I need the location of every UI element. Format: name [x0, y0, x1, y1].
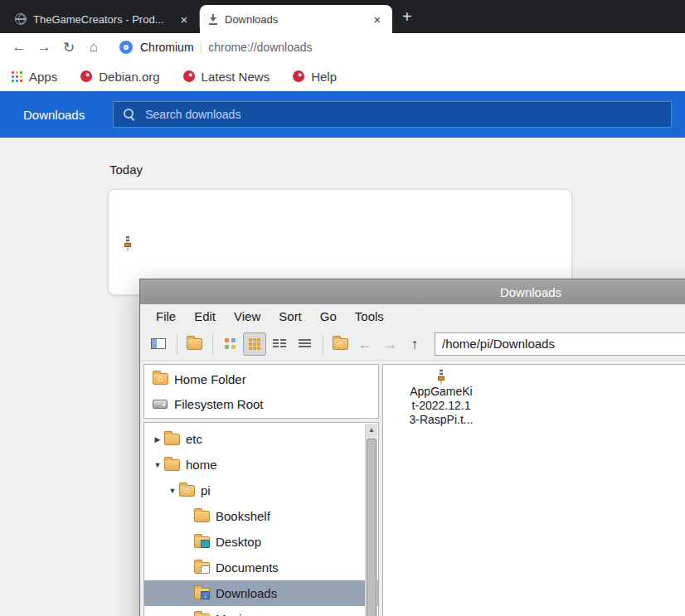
- site-label: Chromium: [140, 41, 194, 54]
- tab-strip: TheGameCreators - Prod... × Downloads × …: [0, 0, 685, 33]
- places-list: ⌂ Home Folder Filesystem Root: [143, 364, 379, 419]
- up-icon: ↑: [411, 337, 419, 352]
- chromium-icon: [119, 41, 133, 54]
- tree-label: Music: [216, 612, 248, 616]
- toolbar: ⌂ ← → ↑: [140, 327, 685, 361]
- downloads-search[interactable]: [113, 101, 672, 128]
- address-bar[interactable]: Chromium | chrome://downloads: [111, 36, 678, 59]
- bookmark-help[interactable]: Help: [293, 70, 337, 84]
- new-folder-button[interactable]: [182, 332, 206, 356]
- forward-icon: →: [382, 337, 397, 352]
- window-pane-icon: [151, 338, 166, 349]
- folder-icon: [164, 459, 180, 471]
- side-pane: ⌂ Home Folder Filesystem Root ▶: [143, 364, 379, 616]
- back-icon: ←: [357, 337, 372, 352]
- search-input[interactable]: [145, 108, 661, 121]
- small-icons-icon: [225, 338, 236, 349]
- home-folder-icon: ⌂: [153, 373, 168, 385]
- tree-item-pi[interactable]: ▼ ⌂ pi: [144, 478, 378, 503]
- compact-view-button[interactable]: [268, 332, 291, 356]
- compact-list-icon: [273, 338, 286, 349]
- menu-view[interactable]: View: [225, 309, 270, 323]
- tree-item-music[interactable]: ♪ Music: [144, 606, 378, 616]
- tab-title: TheGameCreators - Prod...: [33, 13, 171, 26]
- tree-label: home: [186, 458, 217, 472]
- home-folder-button[interactable]: ⌂: [328, 332, 352, 356]
- icon-grid-icon: [249, 338, 260, 350]
- folder-icon: [187, 338, 202, 350]
- bookmarks-bar: Apps Debian.org Latest News Help: [0, 61, 685, 91]
- downloads-header: Downloads: [0, 91, 685, 138]
- apps-grid-icon: [12, 71, 22, 82]
- new-tab-button[interactable]: +: [402, 7, 412, 27]
- close-icon[interactable]: ×: [371, 12, 384, 27]
- toolbar-separator: [212, 334, 213, 354]
- menu-go[interactable]: Go: [311, 309, 346, 323]
- close-icon[interactable]: ×: [177, 12, 191, 27]
- tree-item-downloads[interactable]: ↓ Downloads: [144, 580, 378, 606]
- expander-icon[interactable]: ▼: [166, 487, 179, 495]
- tree-item-documents[interactable]: Documents: [144, 555, 378, 580]
- back-button[interactable]: ←: [353, 332, 377, 356]
- up-button[interactable]: ↑: [403, 332, 426, 356]
- back-button[interactable]: ←: [7, 39, 32, 56]
- place-home-folder[interactable]: ⌂ Home Folder: [144, 366, 378, 391]
- documents-folder-icon: [194, 562, 210, 574]
- scroll-up-button[interactable]: ▲: [366, 424, 377, 436]
- tab-downloads[interactable]: Downloads ×: [200, 5, 392, 33]
- debian-icon: [80, 70, 92, 82]
- menu-edit[interactable]: Edit: [185, 309, 225, 323]
- bookmark-debian[interactable]: Debian.org: [80, 70, 159, 84]
- path-input[interactable]: [435, 332, 685, 356]
- address-divider: |: [200, 41, 203, 54]
- menu-file[interactable]: File: [147, 309, 185, 323]
- folder-icon: [194, 511, 210, 522]
- tree-scrollbar[interactable]: ▲ ▼: [365, 424, 377, 616]
- download-icon: [208, 14, 218, 25]
- menu-tools[interactable]: Tools: [346, 309, 393, 323]
- tree-item-bookshelf[interactable]: Bookshelf: [144, 503, 378, 529]
- menu-bar: File Edit View Sort Go Tools: [140, 304, 685, 327]
- reload-button[interactable]: ↻: [56, 39, 81, 56]
- toolbar-separator: [323, 334, 323, 354]
- news-icon: [183, 70, 195, 82]
- nav-bar: ← → ↻ ⌂ Chromium | chrome://downloads: [0, 33, 685, 61]
- icon-view-small-button[interactable]: [218, 332, 241, 356]
- tree-item-etc[interactable]: ▶ etc: [144, 426, 378, 452]
- home-folder-icon: ⌂: [333, 338, 348, 350]
- file-item-appgamekit[interactable]: AppGameKi t-2022.12.1 3-RaspPi.t...: [401, 370, 481, 427]
- bookmark-apps[interactable]: Apps: [12, 70, 57, 84]
- place-filesystem-root[interactable]: Filesystem Root: [144, 391, 378, 416]
- toolbar-separator: [177, 334, 177, 354]
- archive-icon: [127, 235, 129, 251]
- expander-icon[interactable]: ▼: [151, 461, 164, 469]
- window-body: ⌂ Home Folder Filesystem Root ▶: [140, 361, 685, 616]
- tab-title: Downloads: [225, 13, 364, 26]
- window-titlebar[interactable]: Downloads: [140, 279, 685, 304]
- page-title: Downloads: [23, 108, 85, 122]
- home-folder-icon: ⌂: [179, 485, 195, 497]
- directory-tree: ▶ etc ▼ home ▼ ⌂: [143, 422, 379, 616]
- tree-item-home[interactable]: ▼ home: [144, 452, 378, 478]
- detailed-view-button[interactable]: [293, 332, 316, 356]
- tab-thegamecreators[interactable]: TheGameCreators - Prod... ×: [7, 5, 199, 33]
- icon-view-button[interactable]: [243, 332, 266, 356]
- filesystem-icon: [153, 400, 168, 409]
- new-window-button[interactable]: [147, 332, 170, 356]
- downloads-folder-icon: ↓: [194, 588, 210, 599]
- desktop-folder-icon: [194, 536, 210, 548]
- home-button[interactable]: ⌂: [81, 39, 106, 56]
- tree-item-desktop[interactable]: Desktop: [144, 529, 378, 555]
- tree-label: pi: [201, 483, 211, 497]
- bookmark-label: Latest News: [202, 70, 270, 84]
- bookmark-latest-news[interactable]: Latest News: [183, 70, 270, 84]
- search-icon: [124, 109, 135, 120]
- scrollbar-thumb[interactable]: [367, 439, 377, 616]
- expander-icon[interactable]: ▶: [151, 435, 164, 444]
- place-label: Home Folder: [174, 372, 246, 386]
- forward-button[interactable]: →: [378, 332, 401, 356]
- menu-sort[interactable]: Sort: [270, 309, 311, 323]
- file-manager-window: Downloads File Edit View Sort Go Tools: [139, 279, 685, 616]
- tree-label: Documents: [216, 560, 279, 575]
- forward-button[interactable]: →: [32, 39, 56, 56]
